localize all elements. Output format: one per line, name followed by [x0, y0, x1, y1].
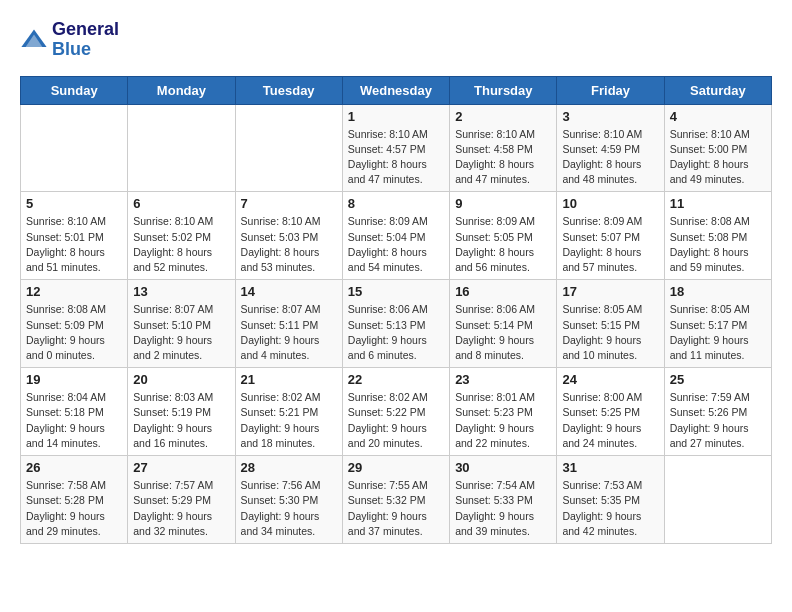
day-number: 30 — [455, 460, 551, 475]
day-number: 29 — [348, 460, 444, 475]
day-number: 16 — [455, 284, 551, 299]
day-cell: 15Sunrise: 8:06 AMSunset: 5:13 PMDayligh… — [342, 280, 449, 368]
day-number: 31 — [562, 460, 658, 475]
day-info: Sunrise: 8:10 AMSunset: 5:03 PMDaylight:… — [241, 214, 337, 275]
day-cell: 2Sunrise: 8:10 AMSunset: 4:58 PMDaylight… — [450, 104, 557, 192]
week-row-4: 26Sunrise: 7:58 AMSunset: 5:28 PMDayligh… — [21, 456, 772, 544]
logo-text: General Blue — [52, 20, 119, 60]
day-info: Sunrise: 8:06 AMSunset: 5:14 PMDaylight:… — [455, 302, 551, 363]
day-info: Sunrise: 7:59 AMSunset: 5:26 PMDaylight:… — [670, 390, 766, 451]
week-row-0: 1Sunrise: 8:10 AMSunset: 4:57 PMDaylight… — [21, 104, 772, 192]
day-info: Sunrise: 8:05 AMSunset: 5:15 PMDaylight:… — [562, 302, 658, 363]
day-number: 18 — [670, 284, 766, 299]
day-cell: 23Sunrise: 8:01 AMSunset: 5:23 PMDayligh… — [450, 368, 557, 456]
day-info: Sunrise: 8:10 AMSunset: 5:00 PMDaylight:… — [670, 127, 766, 188]
day-info: Sunrise: 8:10 AMSunset: 4:57 PMDaylight:… — [348, 127, 444, 188]
day-info: Sunrise: 8:04 AMSunset: 5:18 PMDaylight:… — [26, 390, 122, 451]
day-info: Sunrise: 7:53 AMSunset: 5:35 PMDaylight:… — [562, 478, 658, 539]
day-cell: 27Sunrise: 7:57 AMSunset: 5:29 PMDayligh… — [128, 456, 235, 544]
day-info: Sunrise: 8:10 AMSunset: 4:59 PMDaylight:… — [562, 127, 658, 188]
day-number: 17 — [562, 284, 658, 299]
day-number: 12 — [26, 284, 122, 299]
day-info: Sunrise: 7:56 AMSunset: 5:30 PMDaylight:… — [241, 478, 337, 539]
day-info: Sunrise: 8:02 AMSunset: 5:22 PMDaylight:… — [348, 390, 444, 451]
logo-icon — [20, 26, 48, 54]
day-cell: 22Sunrise: 8:02 AMSunset: 5:22 PMDayligh… — [342, 368, 449, 456]
day-number: 15 — [348, 284, 444, 299]
day-info: Sunrise: 8:10 AMSunset: 5:01 PMDaylight:… — [26, 214, 122, 275]
day-number: 3 — [562, 109, 658, 124]
day-cell: 8Sunrise: 8:09 AMSunset: 5:04 PMDaylight… — [342, 192, 449, 280]
day-number: 23 — [455, 372, 551, 387]
day-cell: 12Sunrise: 8:08 AMSunset: 5:09 PMDayligh… — [21, 280, 128, 368]
day-number: 20 — [133, 372, 229, 387]
day-info: Sunrise: 8:09 AMSunset: 5:05 PMDaylight:… — [455, 214, 551, 275]
day-info: Sunrise: 8:05 AMSunset: 5:17 PMDaylight:… — [670, 302, 766, 363]
day-info: Sunrise: 8:10 AMSunset: 4:58 PMDaylight:… — [455, 127, 551, 188]
day-number: 28 — [241, 460, 337, 475]
weekday-header-row: SundayMondayTuesdayWednesdayThursdayFrid… — [21, 76, 772, 104]
day-number: 19 — [26, 372, 122, 387]
day-number: 7 — [241, 196, 337, 211]
day-info: Sunrise: 8:09 AMSunset: 5:04 PMDaylight:… — [348, 214, 444, 275]
day-number: 13 — [133, 284, 229, 299]
day-cell: 25Sunrise: 7:59 AMSunset: 5:26 PMDayligh… — [664, 368, 771, 456]
day-number: 26 — [26, 460, 122, 475]
day-number: 11 — [670, 196, 766, 211]
day-number: 21 — [241, 372, 337, 387]
day-info: Sunrise: 8:06 AMSunset: 5:13 PMDaylight:… — [348, 302, 444, 363]
day-cell: 6Sunrise: 8:10 AMSunset: 5:02 PMDaylight… — [128, 192, 235, 280]
day-cell: 29Sunrise: 7:55 AMSunset: 5:32 PMDayligh… — [342, 456, 449, 544]
day-info: Sunrise: 8:08 AMSunset: 5:08 PMDaylight:… — [670, 214, 766, 275]
day-info: Sunrise: 7:58 AMSunset: 5:28 PMDaylight:… — [26, 478, 122, 539]
day-cell: 5Sunrise: 8:10 AMSunset: 5:01 PMDaylight… — [21, 192, 128, 280]
day-number: 1 — [348, 109, 444, 124]
day-cell: 4Sunrise: 8:10 AMSunset: 5:00 PMDaylight… — [664, 104, 771, 192]
day-number: 24 — [562, 372, 658, 387]
day-cell: 31Sunrise: 7:53 AMSunset: 5:35 PMDayligh… — [557, 456, 664, 544]
calendar-table: SundayMondayTuesdayWednesdayThursdayFrid… — [20, 76, 772, 544]
weekday-header-monday: Monday — [128, 76, 235, 104]
day-info: Sunrise: 8:07 AMSunset: 5:10 PMDaylight:… — [133, 302, 229, 363]
header: General Blue — [20, 20, 772, 60]
day-cell: 28Sunrise: 7:56 AMSunset: 5:30 PMDayligh… — [235, 456, 342, 544]
week-row-3: 19Sunrise: 8:04 AMSunset: 5:18 PMDayligh… — [21, 368, 772, 456]
day-cell: 9Sunrise: 8:09 AMSunset: 5:05 PMDaylight… — [450, 192, 557, 280]
day-number: 25 — [670, 372, 766, 387]
day-cell: 10Sunrise: 8:09 AMSunset: 5:07 PMDayligh… — [557, 192, 664, 280]
weekday-header-tuesday: Tuesday — [235, 76, 342, 104]
weekday-header-wednesday: Wednesday — [342, 76, 449, 104]
day-cell: 18Sunrise: 8:05 AMSunset: 5:17 PMDayligh… — [664, 280, 771, 368]
day-cell: 13Sunrise: 8:07 AMSunset: 5:10 PMDayligh… — [128, 280, 235, 368]
day-info: Sunrise: 8:03 AMSunset: 5:19 PMDaylight:… — [133, 390, 229, 451]
day-info: Sunrise: 7:54 AMSunset: 5:33 PMDaylight:… — [455, 478, 551, 539]
day-info: Sunrise: 8:07 AMSunset: 5:11 PMDaylight:… — [241, 302, 337, 363]
day-info: Sunrise: 8:01 AMSunset: 5:23 PMDaylight:… — [455, 390, 551, 451]
day-number: 22 — [348, 372, 444, 387]
day-info: Sunrise: 8:10 AMSunset: 5:02 PMDaylight:… — [133, 214, 229, 275]
day-cell: 3Sunrise: 8:10 AMSunset: 4:59 PMDaylight… — [557, 104, 664, 192]
day-cell: 30Sunrise: 7:54 AMSunset: 5:33 PMDayligh… — [450, 456, 557, 544]
day-cell: 20Sunrise: 8:03 AMSunset: 5:19 PMDayligh… — [128, 368, 235, 456]
day-number: 9 — [455, 196, 551, 211]
weekday-header-friday: Friday — [557, 76, 664, 104]
day-info: Sunrise: 8:09 AMSunset: 5:07 PMDaylight:… — [562, 214, 658, 275]
day-cell — [235, 104, 342, 192]
day-cell: 7Sunrise: 8:10 AMSunset: 5:03 PMDaylight… — [235, 192, 342, 280]
day-number: 5 — [26, 196, 122, 211]
day-cell: 21Sunrise: 8:02 AMSunset: 5:21 PMDayligh… — [235, 368, 342, 456]
day-info: Sunrise: 8:08 AMSunset: 5:09 PMDaylight:… — [26, 302, 122, 363]
day-cell — [21, 104, 128, 192]
day-cell: 24Sunrise: 8:00 AMSunset: 5:25 PMDayligh… — [557, 368, 664, 456]
day-cell: 16Sunrise: 8:06 AMSunset: 5:14 PMDayligh… — [450, 280, 557, 368]
day-cell: 14Sunrise: 8:07 AMSunset: 5:11 PMDayligh… — [235, 280, 342, 368]
day-cell — [128, 104, 235, 192]
day-number: 10 — [562, 196, 658, 211]
day-number: 2 — [455, 109, 551, 124]
day-info: Sunrise: 8:02 AMSunset: 5:21 PMDaylight:… — [241, 390, 337, 451]
day-number: 14 — [241, 284, 337, 299]
day-number: 4 — [670, 109, 766, 124]
week-row-2: 12Sunrise: 8:08 AMSunset: 5:09 PMDayligh… — [21, 280, 772, 368]
day-cell: 11Sunrise: 8:08 AMSunset: 5:08 PMDayligh… — [664, 192, 771, 280]
logo: General Blue — [20, 20, 119, 60]
